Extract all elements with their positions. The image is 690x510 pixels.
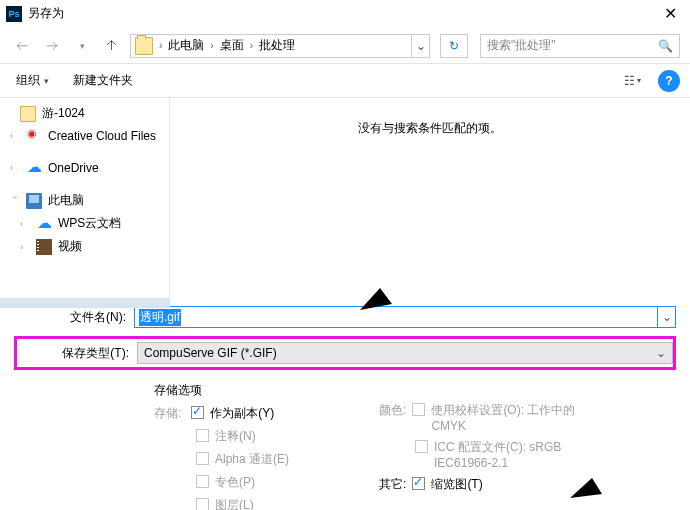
chevron-down-icon: ▾ xyxy=(44,76,49,86)
thumbnail-label: 缩览图(T) xyxy=(431,476,482,493)
back-button[interactable]: 🡠 xyxy=(10,34,34,58)
sidebar-item-video[interactable]: ›视频 xyxy=(0,235,169,258)
cloud-icon: ☁ xyxy=(36,216,52,232)
cloud-icon: ☁ xyxy=(26,160,42,176)
title-bar: Ps 另存为 ✕ xyxy=(0,0,690,28)
sidebar: 游-1024 ›Creative Cloud Files ›☁OneDrive … xyxy=(0,98,170,298)
annotation-checkbox xyxy=(196,429,209,442)
layers-checkbox xyxy=(196,498,209,510)
search-placeholder: 搜索"批处理" xyxy=(487,37,658,54)
breadcrumb-item[interactable]: 此电脑 xyxy=(164,37,208,54)
filename-value: 透明.gif xyxy=(139,309,181,326)
new-folder-button[interactable]: 新建文件夹 xyxy=(67,70,139,91)
options-header: 存储选项 xyxy=(154,382,289,399)
breadcrumb[interactable]: › 此电脑 › 桌面 › 批处理 ⌄ xyxy=(130,34,430,58)
photoshop-icon: Ps xyxy=(6,6,22,22)
proof-checkbox xyxy=(412,403,425,416)
breadcrumb-item[interactable]: 桌面 xyxy=(216,37,248,54)
sidebar-item-thispc[interactable]: ›此电脑 xyxy=(0,189,169,212)
layers-label: 图层(L) xyxy=(215,497,254,510)
filetype-row: 保存类型(T): CompuServe GIF (*.GIF) ⌄ xyxy=(14,336,676,370)
creative-cloud-icon xyxy=(26,128,42,144)
content-area: 没有与搜索条件匹配的项。 xyxy=(170,98,690,298)
chevron-down-icon: › xyxy=(10,196,20,206)
sidebar-item-wps[interactable]: ›☁WPS云文档 xyxy=(0,212,169,235)
icc-checkbox xyxy=(415,440,428,453)
filename-label: 文件名(N): xyxy=(14,309,134,326)
up-button[interactable]: 🡡 xyxy=(100,34,124,58)
filename-dropdown[interactable]: ⌄ xyxy=(658,306,676,328)
filename-input[interactable]: 透明.gif xyxy=(134,306,658,328)
body: 游-1024 ›Creative Cloud Files ›☁OneDrive … xyxy=(0,98,690,298)
filetype-value: CompuServe GIF (*.GIF) xyxy=(144,346,277,360)
thumbnail-checkbox[interactable] xyxy=(412,477,425,490)
store-label: 存储: xyxy=(154,405,181,422)
chevron-right-icon[interactable]: › xyxy=(157,40,164,51)
chevron-right-icon: › xyxy=(20,219,30,229)
chevron-right-icon: › xyxy=(10,163,20,173)
folder-icon xyxy=(20,106,36,122)
refresh-button[interactable]: ↻ xyxy=(440,34,468,58)
left-options: 存储选项 存储: 作为副本(Y) 注释(N) Alpha 通道(E) 专色(P)… xyxy=(154,382,289,510)
sidebar-item-cc[interactable]: ›Creative Cloud Files xyxy=(0,125,169,147)
filetype-select[interactable]: CompuServe GIF (*.GIF) ⌄ xyxy=(137,342,673,364)
color-label: 颜色: xyxy=(379,402,406,419)
filename-row: 文件名(N): 透明.gif ⌄ xyxy=(14,306,676,328)
breadcrumb-item[interactable]: 批处理 xyxy=(255,37,299,54)
nav-bar: 🡠 🡢 ▾ 🡡 › 此电脑 › 桌面 › 批处理 ⌄ ↻ 搜索"批处理" 🔍 xyxy=(0,28,690,64)
sidebar-item-onedrive[interactable]: ›☁OneDrive xyxy=(0,157,169,179)
chevron-right-icon: › xyxy=(10,131,20,141)
video-icon xyxy=(36,239,52,255)
chevron-right-icon[interactable]: › xyxy=(208,40,215,51)
pc-icon xyxy=(26,193,42,209)
chevron-down-icon: ⌄ xyxy=(656,346,666,360)
form-area: 文件名(N): 透明.gif ⌄ 保存类型(T): CompuServe GIF… xyxy=(0,298,690,510)
as-copy-checkbox[interactable] xyxy=(191,406,204,419)
sidebar-item-folder[interactable]: 游-1024 xyxy=(0,102,169,125)
breadcrumb-dropdown[interactable]: ⌄ xyxy=(411,35,429,57)
filetype-label: 保存类型(T): xyxy=(17,345,137,362)
forward-button[interactable]: 🡢 xyxy=(40,34,64,58)
folder-icon xyxy=(135,37,153,55)
spot-label: 专色(P) xyxy=(215,474,255,491)
window-title: 另存为 xyxy=(28,5,650,22)
right-options: 颜色: 使用校样设置(O): 工作中的 CMYK ICC 配置文件(C): sR… xyxy=(379,382,614,510)
toolbar: 组织▾ 新建文件夹 ☷▾ ? xyxy=(0,64,690,98)
alpha-label: Alpha 通道(E) xyxy=(215,451,289,468)
organize-button[interactable]: 组织▾ xyxy=(10,70,55,91)
proof-label: 使用校样设置(O): 工作中的 CMYK xyxy=(431,402,611,433)
search-input[interactable]: 搜索"批处理" 🔍 xyxy=(480,34,680,58)
close-button[interactable]: ✕ xyxy=(650,0,690,28)
options-area: 存储选项 存储: 作为副本(Y) 注释(N) Alpha 通道(E) 专色(P)… xyxy=(14,378,676,510)
spot-checkbox xyxy=(196,475,209,488)
as-copy-label: 作为副本(Y) xyxy=(210,405,274,422)
empty-message: 没有与搜索条件匹配的项。 xyxy=(358,120,502,137)
view-options-button[interactable]: ☷▾ xyxy=(618,70,646,92)
search-icon: 🔍 xyxy=(658,39,673,53)
alpha-checkbox xyxy=(196,452,209,465)
annotation-label: 注释(N) xyxy=(215,428,256,445)
icc-label: ICC 配置文件(C): sRGB IEC61966-2.1 xyxy=(434,439,614,470)
recent-button[interactable]: ▾ xyxy=(70,34,94,58)
help-button[interactable]: ? xyxy=(658,70,680,92)
chevron-right-icon: › xyxy=(20,242,30,252)
other-label: 其它: xyxy=(379,476,406,493)
chevron-right-icon[interactable]: › xyxy=(248,40,255,51)
